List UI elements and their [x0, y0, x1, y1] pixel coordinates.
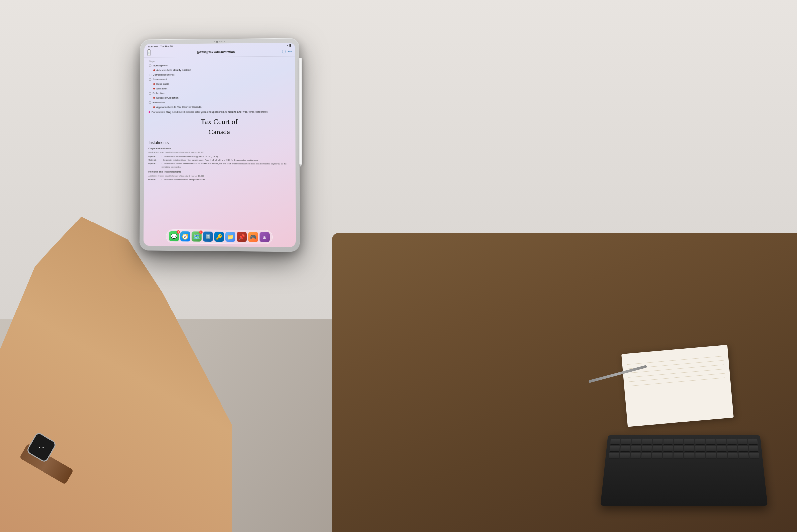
battery-icon: ▊: [289, 44, 291, 47]
status-time: 8:32 AM: [149, 45, 158, 48]
bullet-circle: [149, 74, 151, 76]
partnership-text: Partnership filing deadline: 3 months af…: [152, 110, 268, 114]
option-text: • Corporate: instalment type = tax payab…: [162, 159, 258, 162]
list-item: Resolution: [149, 100, 290, 105]
dock-app-library[interactable]: ⊞: [260, 232, 270, 243]
dock-toolbox[interactable]: 📌: [237, 232, 247, 242]
maps-badge: 2: [199, 230, 203, 234]
status-icons: ▲ ▊: [286, 44, 291, 47]
info-button[interactable]: ⓘ: [282, 49, 286, 54]
corporate-label: Corporate Instalments: [149, 147, 290, 151]
handwritten-line1: Tax Court of: [149, 117, 290, 127]
keyboard: [601, 435, 768, 506]
desk-surface: [332, 233, 797, 532]
bullet-circle: [149, 92, 151, 95]
item-text: Assessment: [153, 78, 167, 82]
item-text: Appeal notices to Tax Court of Canada: [156, 105, 202, 109]
dock-appstore[interactable]: ⬆️: [203, 232, 213, 242]
reflection-item: Reflection: [153, 91, 164, 95]
list-item: Appeal notices to Tax Court of Canada: [149, 105, 290, 109]
apple-pencil: [299, 58, 302, 164]
option-label: Option 1: [149, 178, 160, 182]
item-text: Resolution: [153, 101, 165, 104]
instalments-section: Corporate Instalments Applicable if taxe…: [149, 147, 290, 182]
list-item: Assessment: [149, 77, 290, 82]
dock-files[interactable]: 📁: [226, 232, 235, 242]
individual-section: Individual and Trust Instalments Applica…: [149, 170, 290, 182]
section-header: Steps: [149, 58, 290, 63]
bullet-circle: [149, 78, 151, 81]
list-item: Site audit: [149, 86, 290, 91]
dock-game[interactable]: 🎮: [248, 232, 258, 243]
option-label: Option 1: [149, 155, 160, 159]
dock-messages[interactable]: 💬 2: [169, 231, 179, 242]
list-item: Reflection: [149, 91, 290, 96]
item-text: Notice of Objection: [156, 96, 179, 100]
partnership-note: Partnership filing deadline: 3 months af…: [149, 110, 290, 114]
ipad-screen: 8:32 AM Thu Nov 30 ▲ ▊ ‹ [p7390] Tax Adm…: [144, 42, 296, 247]
list-item: Desk audit: [149, 82, 290, 86]
table-row: Option 2 • Corporate: instalment type = …: [149, 159, 290, 162]
dock-safari[interactable]: 🧭: [180, 231, 190, 242]
dock: 💬 2 🧭 🗺️ 2 ⬆️ 🔑 📁: [166, 229, 273, 244]
item-text: Compliance (filing): [153, 73, 174, 77]
bullet-dot: [153, 83, 155, 85]
bullet-dot: [153, 106, 155, 108]
notebook: [621, 345, 734, 427]
option-text: • One-twelfth of second instalment base*…: [162, 163, 291, 169]
dock-maps[interactable]: 🗺️ 2: [192, 231, 202, 242]
individual-subtitle: Applicable if taxes payable for any of t…: [149, 174, 290, 178]
back-button[interactable]: ‹: [148, 50, 151, 56]
item-text: Advisors help identify position: [156, 69, 191, 73]
dock-1password[interactable]: 🔑: [214, 232, 224, 242]
bullet-circle: [149, 65, 151, 68]
more-button[interactable]: •••: [288, 50, 292, 54]
bullet-dot: [153, 70, 155, 71]
content-area: Steps Investigation Advisors help identi…: [144, 56, 296, 234]
list-item: Notice of Objection: [149, 96, 290, 100]
list-item: Advisors help identify position: [149, 68, 290, 73]
bullet-dot: [153, 97, 155, 99]
wifi-icon: ▲: [286, 44, 288, 47]
option-label: Option 3: [149, 163, 160, 166]
table-row: Option 1 • One-twelfth of the estimated …: [149, 155, 290, 159]
option-text: • One-twelfth of the estimated tax owing…: [162, 155, 217, 159]
bullet-circle: [149, 101, 151, 104]
list-item: Compliance (filing): [149, 72, 290, 77]
item-text: Desk audit: [156, 82, 169, 86]
handwritten-text: Tax Court of Canada: [149, 117, 291, 137]
bullet-dot: [153, 88, 155, 90]
item-text: Investigation: [153, 64, 167, 68]
ipad-body: 8:32 AM Thu Nov 30 ▲ ▊ ‹ [p7390] Tax Adm…: [140, 38, 300, 252]
individual-label: Individual and Trust Instalments: [149, 170, 290, 174]
bullet-pink: [149, 111, 150, 113]
ipad-device: 8:32 AM Thu Nov 30 ▲ ▊ ‹ [p7390] Tax Adm…: [140, 38, 300, 252]
list-item: Investigation: [149, 63, 290, 68]
nav-bar: ‹ [p7390] Tax Administration ⓘ •••: [145, 48, 295, 57]
instalments-title: Instalments: [149, 140, 290, 146]
handwritten-line2: Canada: [149, 127, 291, 137]
table-row: Option 1 • One-quarter of estimated tax …: [149, 178, 290, 182]
status-date: Thu Nov 30: [160, 45, 173, 48]
option-label: Option 2: [149, 159, 160, 162]
nav-title: [p7390] Tax Administration: [197, 51, 235, 54]
option-text: • One-quarter of estimated tax owing und…: [162, 178, 205, 182]
messages-badge: 2: [177, 230, 180, 234]
item-text: Site audit: [156, 87, 167, 91]
corporate-subtitle: Applicable if taxes payable for any of t…: [149, 151, 290, 154]
table-row: Option 3 • One-twelfth of second instalm…: [149, 163, 290, 169]
